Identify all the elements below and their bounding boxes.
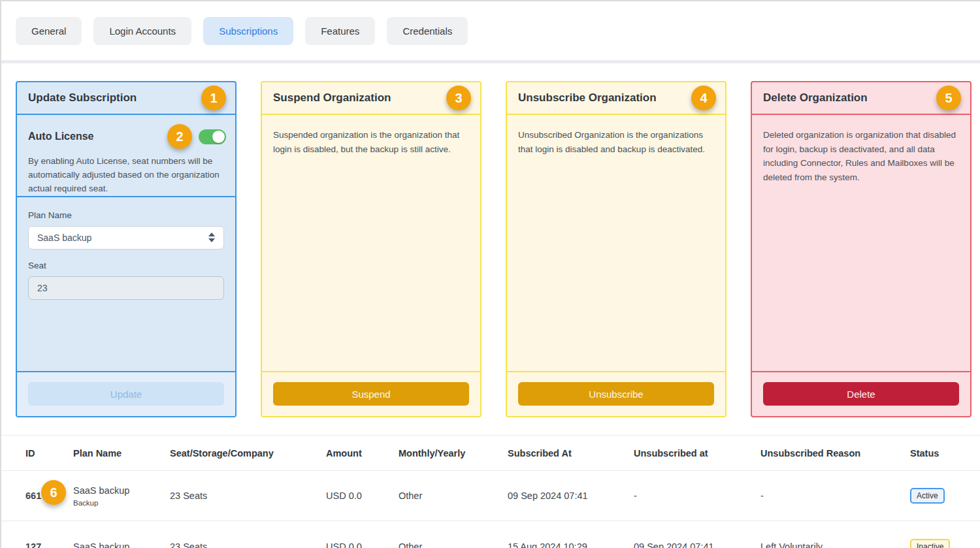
tab-general[interactable]: General xyxy=(16,17,82,45)
col-header-subscribed-at: Subscribed At xyxy=(498,448,624,459)
toggle-knob-icon xyxy=(212,131,225,143)
unsubscribe-organization-card: Unsubscribe Organization 4 Unsubscribed … xyxy=(506,81,727,417)
subscription-form: Plan Name SaaS backup Seat xyxy=(17,197,235,371)
delete-organization-header: Delete Organization 5 xyxy=(752,82,970,115)
tab-credentials[interactable]: Credentials xyxy=(387,17,468,45)
cell-unsubscribed-reason: - xyxy=(751,491,892,501)
col-header-seat-storage-company: Seat/Storage/Company xyxy=(160,448,316,459)
cell-plan-name: SaaS backup xyxy=(73,485,160,496)
cell-monthly-yearly: Other xyxy=(389,541,498,548)
auto-license-section: Auto License 2 By enabling Auto License,… xyxy=(17,115,235,197)
col-header-unsubscribed-reason: Unsubscribed Reason xyxy=(751,448,892,459)
cell-seat: 23 Seats xyxy=(160,491,316,501)
cell-subscribed-at: 09 Sep 2024 07:41 xyxy=(498,491,624,501)
step-5-badge: 5 xyxy=(936,86,961,110)
action-cards: Update Subscription 1 Auto License 2 By … xyxy=(1,63,980,417)
update-subscription-card: Update Subscription 1 Auto License 2 By … xyxy=(16,81,237,417)
cell-amount: USD 0.0 xyxy=(316,491,389,501)
unsubscribe-organization-header: Unsubscribe Organization 4 xyxy=(507,82,725,115)
plan-name-select[interactable]: SaaS backup xyxy=(28,226,224,250)
cell-subscribed-at: 15 Aug 2024 10:29 xyxy=(498,541,624,548)
suspend-organization-description: Suspended organization is the organizati… xyxy=(262,115,480,371)
step-6-badge: 6 xyxy=(41,480,66,505)
delete-organization-title: Delete Organization xyxy=(763,91,868,105)
subscriptions-page: General Login Accounts Subscriptions Fea… xyxy=(0,0,980,548)
seat-input[interactable] xyxy=(28,276,224,300)
col-header-status: Status xyxy=(892,448,980,459)
col-header-unsubscribed-at: Unsubscribed at xyxy=(624,448,751,459)
plan-name-selected-value: SaaS backup xyxy=(37,233,91,243)
step-2-badge: 2 xyxy=(167,124,192,149)
cell-plan-type: Backup xyxy=(73,499,160,507)
unsubscribe-card-footer: Unsubscribe xyxy=(507,371,725,416)
cell-seat: 23 Seats xyxy=(160,541,316,548)
cell-unsubscribed-at: 09 Sep 2024 07:41 xyxy=(624,541,751,548)
auto-license-description: By enabling Auto License, seat numbers w… xyxy=(28,155,226,196)
col-header-monthly-yearly: Monthly/Yearly xyxy=(389,448,498,459)
cell-unsubscribed-reason: Left Voluntarily xyxy=(751,541,892,548)
delete-card-footer: Delete xyxy=(752,371,970,416)
update-card-footer: Update xyxy=(17,371,235,416)
tab-login-accounts[interactable]: Login Accounts xyxy=(93,17,191,45)
update-subscription-title: Update Subscription xyxy=(28,91,137,105)
tab-features[interactable]: Features xyxy=(305,17,375,45)
status-badge: Inactive xyxy=(910,539,950,548)
tab-bar: General Login Accounts Subscriptions Fea… xyxy=(1,1,980,63)
unsubscribe-button[interactable]: Unsubscribe xyxy=(518,382,714,406)
step-4-badge: 4 xyxy=(691,86,716,110)
unsubscribe-organization-title: Unsubscribe Organization xyxy=(518,91,657,105)
suspend-organization-header: Suspend Organization 3 xyxy=(262,82,480,115)
unsubscribe-organization-description: Unsubscribed Organization is the organiz… xyxy=(507,115,725,371)
table-row: 6 661 SaaS backup Backup 23 Seats USD 0.… xyxy=(1,471,980,521)
step-1-badge: 1 xyxy=(201,86,226,110)
update-subscription-header: Update Subscription 1 xyxy=(17,82,235,115)
col-header-plan-name: Plan Name xyxy=(63,448,160,459)
suspend-button[interactable]: Suspend xyxy=(273,382,469,406)
col-header-amount: Amount xyxy=(316,448,389,459)
plan-name-label: Plan Name xyxy=(28,210,224,220)
table-header-row: ID Plan Name Seat/Storage/Company Amount… xyxy=(1,435,980,471)
auto-license-label: Auto License xyxy=(28,131,93,142)
cell-plan-name: SaaS backup xyxy=(63,541,160,548)
suspend-organization-card: Suspend Organization 3 Suspended organiz… xyxy=(261,81,482,417)
tab-subscriptions[interactable]: Subscriptions xyxy=(203,17,293,45)
chevron-up-down-icon xyxy=(208,233,215,242)
seat-label: Seat xyxy=(28,261,224,270)
suspend-card-footer: Suspend xyxy=(262,371,480,416)
suspend-organization-title: Suspend Organization xyxy=(273,91,391,105)
auto-license-toggle[interactable] xyxy=(199,129,226,144)
update-button[interactable]: Update xyxy=(28,382,224,406)
delete-organization-description: Deleted organization is organization tha… xyxy=(752,115,970,371)
delete-button[interactable]: Delete xyxy=(763,382,959,406)
cell-amount: USD 0.0 xyxy=(316,541,389,548)
delete-organization-card: Delete Organization 5 Deleted organizati… xyxy=(751,81,972,417)
cell-unsubscribed-at: - xyxy=(624,491,751,501)
cell-monthly-yearly: Other xyxy=(389,491,498,501)
col-header-id: ID xyxy=(16,448,63,459)
subscriptions-table: ID Plan Name Seat/Storage/Company Amount… xyxy=(1,435,980,548)
cell-id: 127 xyxy=(16,541,63,548)
step-3-badge: 3 xyxy=(446,86,471,110)
status-badge: Active xyxy=(910,488,945,504)
table-row: 127 SaaS backup 23 Seats USD 0.0 Other 1… xyxy=(1,521,980,548)
